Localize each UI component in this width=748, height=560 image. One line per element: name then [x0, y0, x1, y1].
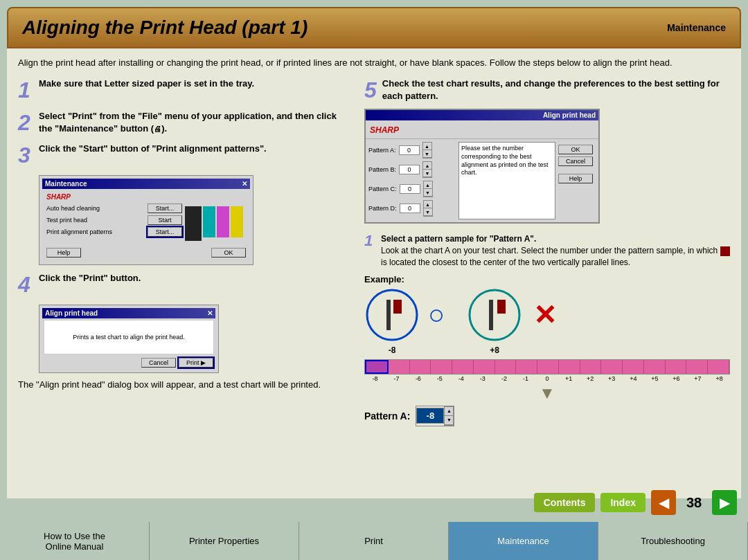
strip-cell-17 — [708, 360, 729, 374]
auto-head-cleaning-btn[interactable]: Start... — [148, 204, 182, 213]
two-col-layout: 1 Make sure that Letter sized paper is s… — [18, 78, 730, 426]
svg-rect-1 — [386, 300, 391, 330]
pattern-a-input[interactable]: 0 — [399, 145, 420, 155]
strip-label-p5: +5 — [644, 375, 666, 382]
right-column: 5 Check the test chart results, and chan… — [364, 78, 730, 426]
dialog-row-2: Test print head Start — [46, 215, 182, 225]
spinner-down-icon[interactable]: ▼ — [445, 416, 453, 425]
bottom-navigation: How to Use theOnline Manual Printer Prop… — [0, 522, 748, 560]
cyan-cartridge — [203, 206, 215, 237]
strip-label-n1: -1 — [515, 375, 536, 382]
step-4: 4 Click the "Print" button. — [18, 272, 350, 298]
prev-page-button[interactable]: ◀ — [651, 490, 676, 515]
align-dialog-body: Pattern A: 0 ▲▼ Pattern B: 0 ▲▼ Patter — [366, 139, 598, 222]
step-1-number: 1 — [18, 78, 39, 103]
sub-step-1-number: 1 — [364, 232, 381, 250]
pattern-strip-container: -8 -7 -6 -5 -4 -3 -2 -1 0 +1 +2 +3 +4 +5… — [364, 359, 730, 382]
dialog-body: SHARP Auto head cleaning Start... Test p… — [42, 189, 250, 262]
pattern-d-input[interactable]: 0 — [400, 204, 420, 213]
cartridge-thumbnail — [182, 204, 246, 244]
intro-text: Align the print head after installing or… — [18, 57, 730, 69]
print-dialog-close: ✕ — [207, 309, 213, 317]
row3-label: Print alignment patterns — [46, 228, 112, 235]
step-2: 2 Select "Print" from the "File" menu of… — [18, 110, 350, 136]
pattern-c-spinner[interactable]: ▲▼ — [423, 181, 433, 197]
print-btn[interactable]: Print ▶ — [179, 358, 213, 368]
maintenance-help-btn[interactable]: Help — [46, 248, 81, 258]
contents-button[interactable]: Contents — [534, 493, 596, 512]
step-1: 1 Make sure that Letter sized paper is s… — [18, 78, 350, 103]
red-square-indicator — [720, 246, 730, 256]
strip-label-p4: +4 — [623, 375, 644, 382]
print-dialog-footer: Cancel Print ▶ — [42, 356, 215, 370]
nav-maintenance[interactable]: Maintenance — [449, 522, 598, 560]
pattern-a-result-spinner[interactable]: ▲ ▼ — [444, 406, 454, 426]
pattern-d-label: Pattern D: — [368, 205, 397, 212]
pattern-c-input[interactable]: 0 — [400, 184, 420, 194]
magenta-cartridge — [217, 206, 229, 237]
step-4-text: Click the "Print" button. — [39, 272, 350, 284]
strip-cell-9 — [537, 360, 559, 374]
nav-print[interactable]: Print — [299, 522, 449, 560]
pattern-d-spinner[interactable]: ▲▼ — [423, 200, 433, 217]
test-print-head-btn[interactable]: Start — [148, 215, 182, 225]
step-3-number: 3 — [18, 143, 39, 168]
print-align-btn[interactable]: Start... — [148, 227, 182, 237]
strip-cell-selected — [365, 360, 389, 374]
index-button[interactable]: Index — [600, 493, 645, 512]
print-dialog-title: Align print head — [45, 309, 98, 317]
step-1-text: Make sure that Letter sized paper is set… — [39, 78, 350, 90]
pattern-a-row: Pattern A: 0 ▲▼ — [368, 142, 456, 159]
strip-label-n3: -3 — [472, 375, 493, 382]
align-dialog-sharp: SHARP — [366, 120, 598, 139]
nav-troubleshooting[interactable]: Troubleshooting — [598, 522, 748, 560]
step-2-number: 2 — [18, 110, 39, 136]
strip-cell-2 — [389, 360, 410, 374]
strip-label-n6: -6 — [407, 375, 429, 382]
align-dialog-screenshot: Align print head SHARP Pattern A: 0 ▲▼ — [364, 109, 600, 224]
align-help-btn[interactable]: Help — [558, 174, 593, 183]
strip-label-p2: +2 — [580, 375, 601, 382]
svg-rect-4 — [489, 300, 493, 330]
print-dialog-screenshot: Align print head ✕ Prints a test chart t… — [39, 305, 219, 373]
pattern-a-result-value: -8 — [416, 408, 444, 424]
pattern-a-spinner[interactable]: ▲▼ — [422, 142, 432, 159]
good-example-value: -8 — [389, 345, 396, 355]
print-dialog-titlebar: Align print head ✕ — [42, 308, 215, 318]
step-5-number: 5 — [364, 78, 377, 103]
strip-cell-6 — [474, 360, 495, 374]
main-content: Align the print head after installing or… — [7, 48, 741, 498]
step-3: 3 Click the "Start" button of "Print ali… — [18, 143, 350, 168]
left-column: 1 Make sure that Letter sized paper is s… — [18, 78, 350, 426]
pattern-a-result: Pattern A: -8 ▲ ▼ — [364, 406, 730, 426]
align-description: Please set the number corresponding to t… — [458, 142, 555, 219]
align-ok-btn[interactable]: OK — [558, 145, 593, 154]
example-label: Example: — [364, 274, 730, 284]
strip-cell-15 — [666, 360, 687, 374]
next-page-button[interactable]: ▶ — [712, 490, 737, 515]
strip-cell-4 — [431, 360, 452, 374]
strip-label-p6: +6 — [666, 375, 687, 382]
align-cancel-btn[interactable]: Cancel — [558, 156, 593, 166]
maintenance-ok-btn[interactable]: OK — [211, 248, 246, 258]
page-category: Maintenance — [667, 22, 726, 33]
pattern-a-result-control[interactable]: -8 ▲ ▼ — [416, 406, 454, 426]
print-cancel-btn[interactable]: Cancel — [141, 358, 176, 368]
pattern-b-input[interactable]: 0 — [399, 165, 420, 174]
strip-label-n2: -2 — [493, 375, 515, 382]
page-header: Aligning the Print Head (part 1) Mainten… — [7, 7, 741, 48]
sub-step-1-content: Select a pattern sample for "Pattern A".… — [381, 232, 730, 268]
maintenance-dialog-screenshot: Maintenance ✕ SHARP Auto head cleaning S… — [39, 175, 253, 265]
pattern-a-result-label: Pattern A: — [364, 410, 410, 422]
spinner-up-icon[interactable]: ▲ — [445, 407, 453, 416]
strip-cell-14 — [644, 360, 666, 374]
pattern-c-row: Pattern C: 0 ▲▼ — [368, 181, 456, 197]
align-dialog-titlebar: Align print head — [366, 110, 598, 120]
nav-how-to-use[interactable]: How to Use theOnline Manual — [0, 522, 150, 560]
dialog-title: Maintenance — [45, 180, 87, 188]
align-patterns: Pattern A: 0 ▲▼ Pattern B: 0 ▲▼ Patter — [368, 142, 456, 219]
dialog-titlebar: Maintenance ✕ — [42, 179, 250, 189]
nav-printer-properties[interactable]: Printer Properties — [150, 522, 299, 560]
pattern-b-spinner[interactable]: ▲▼ — [422, 161, 432, 178]
strip-cell-11 — [580, 360, 602, 374]
